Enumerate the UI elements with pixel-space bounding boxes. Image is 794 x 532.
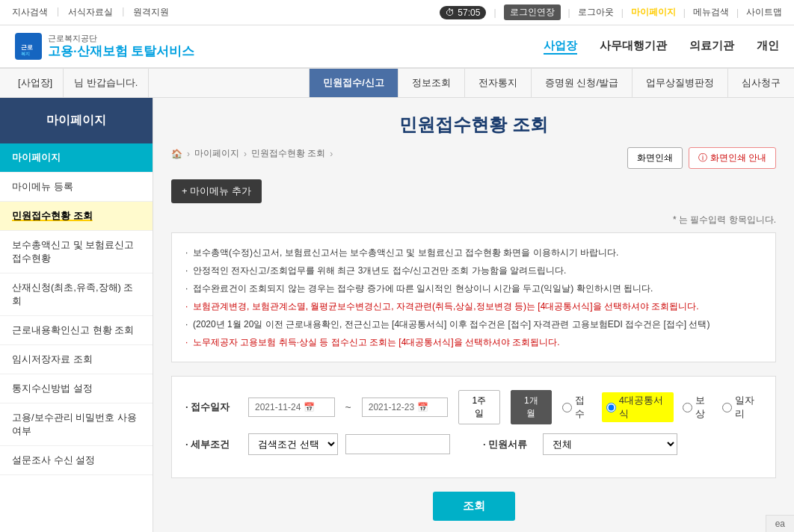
logo-text: 근로복지공단 고용·산재보험 토탈서비스	[48, 33, 194, 60]
mypage-link[interactable]: 마이페이지	[631, 6, 676, 19]
tab-complaint[interactable]: 민원접수/신고	[309, 69, 398, 97]
radio-compensation[interactable]: 보상	[683, 394, 713, 421]
header-nav-medical[interactable]: 의료기관	[689, 39, 734, 55]
tab-occupational[interactable]: 업무상질병판정	[632, 69, 727, 97]
notice-box: 보수총액(수정)신고서, 보험료신고서는 보수총액신고 및 보험료신고 접수현황…	[171, 232, 776, 362]
logout-link[interactable]: 로그아웃	[578, 6, 614, 19]
tab-electronic[interactable]: 전자통지	[464, 69, 531, 97]
header-nav-company[interactable]: 사업장	[544, 39, 577, 55]
period-1month-button[interactable]: 1개월	[511, 390, 552, 424]
notice-3: 접수완료건이 조회되지 않는 경우는 접수량 증가에 따른 일시적인 현상이니 …	[185, 279, 762, 297]
service-type-select[interactable]: 전체	[543, 433, 677, 455]
calendar-icon-2[interactable]: 📅	[417, 402, 428, 412]
radio-job[interactable]: 일자리	[722, 394, 762, 421]
sidebar-item-survey[interactable]: 설문조사 수신 설정	[0, 446, 153, 475]
tab-review[interactable]: 심사청구	[727, 69, 794, 97]
tab-bar: [사업장] 님 반갑습니다. 민원접수/신고 정보조회 전자통지 증명원 신청/…	[0, 69, 794, 98]
detail-condition-input[interactable]	[345, 434, 450, 454]
service-name: 고용·산재보험 토탈서비스	[48, 43, 194, 60]
radio-common-input[interactable]	[606, 403, 616, 412]
search-button[interactable]: 조회	[433, 492, 515, 521]
detail-label: 세부조건	[185, 438, 238, 451]
sidebar-menu: 마이페이지 마이메뉴 등록 민원접수현황 조회 보수총액신고 및 보험료신고 접…	[0, 143, 153, 475]
notice-4: 보험관계변경, 보험관계소멸, 월평균보수변경신고, 자격관련(취득,상실,정보…	[185, 297, 762, 315]
logo-icon: 근로 복지	[15, 33, 42, 60]
svg-text:근로: 근로	[21, 44, 33, 51]
top-nav: 지사검색 | 서식자료실 | 원격지원 57:05 | 로그인연장 | 로그아웃…	[0, 0, 794, 25]
tab-bar-label: [사업장]	[7, 69, 64, 97]
svg-text:복지: 복지	[21, 52, 30, 56]
sidebar-item-mypage[interactable]: 마이페이지	[0, 143, 153, 173]
notice-2: 안정적인 전자신고/조회업무를 위해 최근 3개년도 접수/신고건만 조회 가능…	[185, 262, 762, 279]
action-bar: 🏠 › 마이페이지 › 민원접수현황 조회 › 화면인쇄 ⓘ 화면인쇄 안내	[171, 147, 776, 169]
header-nav-agency[interactable]: 사무대행기관	[600, 39, 667, 55]
sidebar: 마이페이지 마이페이지 마이메뉴 등록 민원접수현황 조회 보수총액신고 및 보…	[0, 98, 153, 532]
warning-icon: ⓘ	[698, 152, 707, 164]
sidebar-item-accident[interactable]: 산재신청(최초,유족,장해) 조회	[0, 273, 153, 316]
sidebar-item-notification[interactable]: 통지수신방법 설정	[0, 374, 153, 403]
sidebar-item-salary-report[interactable]: 보수총액신고 및 보험료신고 접수현황	[0, 231, 153, 273]
home-icon: 🏠	[171, 149, 182, 159]
sidebar-item-complaint-status[interactable]: 민원접수현황 조회	[0, 202, 153, 231]
nav-link-forms[interactable]: 서식자료실	[68, 6, 113, 19]
sidebar-item-mymenu-reg[interactable]: 마이메뉴 등록	[0, 173, 153, 202]
top-nav-right: 57:05 | 로그인연장 | 로그아웃 | 마이페이지 | 메뉴검색 | 사이…	[440, 4, 782, 20]
nav-link-remote[interactable]: 원격지원	[133, 6, 169, 19]
sidebar-title: 마이페이지	[0, 98, 153, 143]
radio-receipt[interactable]: 접수	[562, 394, 593, 421]
sidebar-item-work-content[interactable]: 근로내용확인신고 현황 조회	[0, 316, 153, 345]
tab-bar-user: 님 반갑습니다.	[64, 69, 149, 97]
nav-link-branch[interactable]: 지사검색	[12, 6, 48, 19]
main-layout: 마이페이지 마이페이지 마이메뉴 등록 민원접수현황 조회 보수총액신고 및 보…	[0, 98, 794, 532]
date-row: 접수일자 2021-11-24 📅 ~ 2021-12-23 📅 1주일 1개월…	[185, 390, 762, 424]
print-area: 화면인쇄 ⓘ 화면인쇄 안내	[627, 147, 776, 169]
logo-area: 근로 복지 근로복지공단 고용·산재보험 토탈서비스	[15, 33, 194, 60]
radio-compensation-input[interactable]	[683, 403, 692, 412]
mymenu-add-button[interactable]: + 마이메뉴 추가	[171, 179, 262, 203]
login-extend-button[interactable]: 로그인연장	[504, 4, 561, 20]
main-tabs: 민원접수/신고 정보조회 전자통지 증명원 신청/발급 업무상질병판정 심사청구	[309, 69, 794, 97]
breadcrumb: 🏠 › 마이페이지 › 민원접수현황 조회 ›	[171, 147, 333, 160]
header-nav: 사업장 사무대행기관 의료기관 개인	[544, 39, 779, 55]
detail-row: 세부조건 검색조건 선택 민원서류 전체	[185, 433, 762, 455]
notice-6: 노무제공자 고용보험 취득·상실 등 접수신고 조회는 [4대공통서식]을 선택…	[185, 333, 762, 351]
search-btn-area: 조회	[171, 492, 776, 521]
footer-ea: ea	[766, 515, 794, 532]
tab-certificate[interactable]: 증명원 신청/발급	[531, 69, 632, 97]
top-nav-left: 지사검색 | 서식자료실 | 원격지원	[12, 6, 169, 19]
sidebar-item-temp-save[interactable]: 임시저장자료 조회	[0, 345, 153, 374]
required-note: * 는 필수입력 항목입니다.	[171, 214, 776, 226]
radio-receipt-input[interactable]	[562, 403, 572, 412]
print-button[interactable]: 화면인쇄	[627, 147, 683, 169]
start-date-input[interactable]: 2021-11-24 📅	[248, 398, 335, 417]
print-notice-button[interactable]: ⓘ 화면인쇄 안내	[689, 147, 776, 169]
site-header: 근로 복지 근로복지공단 고용·산재보험 토탈서비스 사업장 사무대행기관 의료…	[0, 25, 794, 69]
period-1week-button[interactable]: 1주일	[458, 390, 499, 424]
calendar-icon[interactable]: 📅	[304, 402, 315, 412]
end-date-input[interactable]: 2021-12-23 📅	[362, 398, 449, 417]
session-timer: 57:05	[440, 6, 486, 19]
radio-common[interactable]: 4대공통서식	[602, 392, 674, 422]
sidebar-item-password[interactable]: 고용/보수관리 비밀번호 사용여부	[0, 403, 153, 446]
content-area: 민원접수현황 조회 🏠 › 마이페이지 › 민원접수현황 조회 › 화면인쇄 ⓘ…	[153, 98, 794, 532]
org-name: 근로복지공단	[48, 33, 194, 43]
tab-info[interactable]: 정보조회	[398, 69, 464, 97]
radio-job-input[interactable]	[722, 403, 732, 412]
menu-search-link[interactable]: 메뉴검색	[693, 6, 729, 19]
service-type-label: 민원서류	[483, 438, 535, 451]
header-nav-personal[interactable]: 개인	[757, 39, 779, 55]
date-label: 접수일자	[185, 400, 238, 414]
radio-group: 접수 4대공통서식 보상 일자리	[562, 392, 762, 422]
page-title: 민원접수현황 조회	[171, 113, 776, 137]
service-name-part2: 토탈서비스	[131, 44, 194, 58]
breadcrumb-current: 민원접수현황 조회	[251, 147, 325, 160]
search-form: 접수일자 2021-11-24 📅 ~ 2021-12-23 📅 1주일 1개월…	[171, 376, 776, 478]
service-name-part1: 고용·산재보험	[48, 44, 128, 58]
notice-1: 보수총액(수정)신고서, 보험료신고서는 보수총액신고 및 보험료신고 접수현황…	[185, 244, 762, 262]
breadcrumb-mypage: 마이페이지	[194, 147, 239, 160]
detail-condition: 검색조건 선택	[248, 433, 450, 455]
sitemap-link[interactable]: 사이트맵	[746, 6, 782, 19]
notice-5: (2020년 1월 20일 이전 근로내용확인, 전근신고는 [4대공통서식] …	[185, 315, 762, 333]
detail-condition-select[interactable]: 검색조건 선택	[248, 433, 338, 455]
